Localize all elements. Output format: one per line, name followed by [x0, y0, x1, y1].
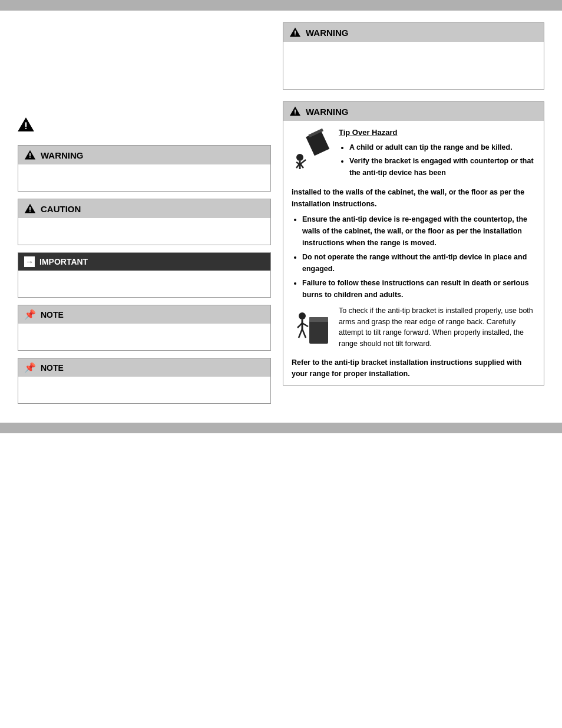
right-warning-top-label: WARNING	[306, 28, 349, 38]
left-note2-header: 📌 NOTE	[18, 358, 270, 377]
tip-over-section: Tip Over Hazard A child or adult can tip…	[292, 127, 535, 180]
caution-icon-row	[18, 117, 271, 133]
warning-triangle-icon	[24, 149, 36, 161]
left-note2-box: 📌 NOTE	[18, 358, 271, 404]
left-important-header: → IMPORTANT	[18, 253, 270, 271]
left-note-box: 📌 NOTE	[18, 305, 271, 351]
left-caution-body	[18, 218, 270, 245]
left-top-blank	[18, 22, 271, 117]
left-note-header: 📌 NOTE	[18, 305, 270, 324]
svg-point-1	[29, 157, 31, 158]
right-big-warning-icon	[289, 106, 301, 117]
left-important-label: IMPORTANT	[39, 257, 88, 266]
left-note2-body	[18, 377, 270, 403]
left-note-body	[18, 324, 270, 350]
left-warning-body	[18, 164, 270, 191]
left-caution-header: CAUTION	[18, 199, 270, 218]
left-important-body	[18, 271, 270, 297]
right-big-warning-label: WARNING	[306, 107, 349, 117]
svg-point-4	[295, 113, 296, 114]
svg-point-3	[295, 34, 296, 35]
arrow-right-icon: →	[24, 256, 35, 267]
left-warning-box: WARNING	[18, 145, 271, 192]
refer-text: Refer to the anti-tip bracket installati…	[292, 357, 535, 380]
left-warning-label: WARNING	[41, 150, 84, 160]
tip-over-icon	[292, 127, 333, 174]
continued-bullet-3: Failure to follow these instructions can…	[302, 277, 535, 301]
svg-point-7	[296, 154, 303, 161]
bottom-bar	[0, 423, 562, 433]
svg-line-19	[299, 329, 302, 338]
svg-point-2	[29, 210, 31, 212]
pin-icon-2: 📌	[24, 362, 36, 373]
left-column: WARNING CAUTION	[18, 22, 271, 411]
left-note-label: NOTE	[41, 310, 64, 319]
continued-bullet-2: Do not operate the range without the ant…	[302, 251, 535, 275]
tip-over-bullets: A child or adult can tip the range and b…	[339, 141, 535, 179]
svg-point-0	[25, 128, 27, 129]
left-caution-box: CAUTION	[18, 199, 271, 245]
continued-text: installed to the walls of the cabinet, t…	[292, 186, 535, 210]
right-big-warning-header: WARNING	[283, 102, 544, 121]
continued-bullets: Ensure the anti-tip device is re-engaged…	[292, 213, 535, 301]
top-bar	[0, 0, 562, 11]
left-important-box: → IMPORTANT	[18, 252, 271, 298]
tip-over-title: Tip Over Hazard	[339, 127, 535, 139]
check-icon	[292, 305, 333, 353]
right-warning-top-body	[283, 42, 544, 89]
tip-over-bullet-2: Verify the bracket is engaged with count…	[349, 155, 535, 179]
right-warning-top-header: WARNING	[283, 23, 544, 42]
left-note2-label: NOTE	[41, 363, 64, 373]
caution-triangle-icon	[24, 203, 36, 215]
check-section: To check if the anti-tip bracket is inst…	[292, 305, 535, 353]
tip-over-bullet-1: A child or adult can tip the range and b…	[349, 141, 535, 153]
left-caution-label: CAUTION	[41, 204, 81, 214]
right-big-warning-box: WARNING	[283, 101, 544, 386]
standalone-caution-icon	[18, 117, 34, 133]
right-big-warning-body: Tip Over Hazard A child or adult can tip…	[283, 121, 544, 385]
svg-rect-14	[309, 317, 328, 322]
svg-rect-5	[306, 130, 329, 156]
left-bottom-section: 📌 NOTE	[18, 358, 271, 404]
left-warning-header: WARNING	[18, 146, 270, 164]
content-area: WARNING CAUTION	[0, 11, 562, 423]
right-warning-top-icon	[289, 27, 301, 38]
right-column: WARNING WARNING	[283, 22, 544, 411]
svg-point-15	[299, 312, 306, 319]
page-container: WARNING CAUTION	[0, 0, 562, 728]
continued-bullet-1: Ensure the anti-tip device is re-engaged…	[302, 213, 535, 249]
tip-over-text: Tip Over Hazard A child or adult can tip…	[339, 127, 535, 180]
right-warning-top-box: WARNING	[283, 22, 544, 90]
pin-icon: 📌	[24, 309, 36, 320]
check-text: To check if the anti-tip bracket is inst…	[339, 305, 535, 353]
svg-line-20	[302, 329, 306, 338]
